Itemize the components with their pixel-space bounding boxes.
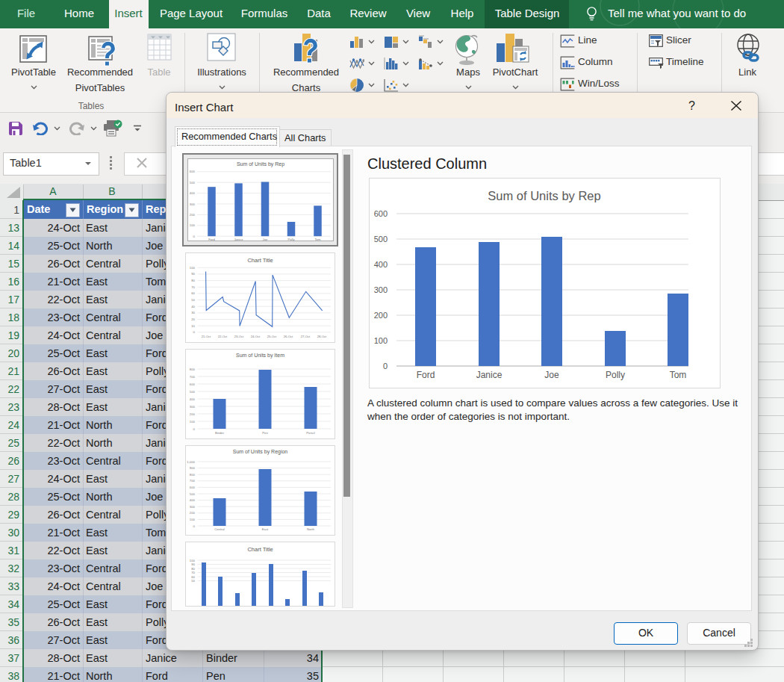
svg-text:Polly: Polly bbox=[606, 370, 625, 380]
svg-text:Tom: Tom bbox=[315, 238, 321, 241]
svg-text:10: 10 bbox=[191, 324, 195, 328]
svg-text:500: 500 bbox=[374, 235, 388, 244]
svg-text:400: 400 bbox=[374, 260, 388, 269]
svg-text:70: 70 bbox=[191, 571, 195, 574]
svg-text:60: 60 bbox=[191, 291, 195, 295]
svg-text:Central: Central bbox=[214, 527, 225, 531]
svg-text:90: 90 bbox=[191, 272, 195, 276]
svg-text:25-Oct: 25-Oct bbox=[267, 335, 277, 338]
svg-text:200: 200 bbox=[190, 511, 196, 515]
svg-text:Ford: Ford bbox=[208, 238, 215, 241]
svg-text:80: 80 bbox=[191, 279, 195, 282]
svg-text:23-Oct: 23-Oct bbox=[234, 335, 244, 338]
svg-text:Pencil: Pencil bbox=[306, 431, 314, 435]
svg-text:100: 100 bbox=[190, 518, 196, 521]
svg-text:26-Oct: 26-Oct bbox=[284, 335, 293, 338]
svg-text:500: 500 bbox=[190, 390, 196, 394]
svg-text:21-Oct: 21-Oct bbox=[202, 335, 211, 338]
svg-text:Ford: Ford bbox=[417, 370, 435, 380]
svg-text:Chart Title: Chart Title bbox=[247, 546, 273, 553]
svg-text:24-Oct: 24-Oct bbox=[251, 335, 261, 338]
svg-text:0: 0 bbox=[383, 362, 388, 371]
svg-text:400: 400 bbox=[190, 397, 196, 401]
svg-text:Chart Title: Chart Title bbox=[247, 257, 273, 264]
svg-text:700: 700 bbox=[190, 375, 196, 379]
svg-text:100: 100 bbox=[190, 223, 196, 227]
svg-text:300: 300 bbox=[190, 405, 196, 409]
svg-text:200: 200 bbox=[190, 412, 196, 416]
svg-text:700: 700 bbox=[190, 479, 196, 483]
svg-text:Janice: Janice bbox=[234, 238, 243, 241]
svg-text:East: East bbox=[262, 527, 269, 531]
svg-text:90: 90 bbox=[191, 562, 195, 566]
svg-text:600: 600 bbox=[190, 382, 196, 386]
svg-text:300: 300 bbox=[374, 285, 388, 294]
svg-text:20: 20 bbox=[191, 317, 195, 321]
svg-text:400: 400 bbox=[190, 498, 196, 502]
svg-text:600: 600 bbox=[190, 486, 196, 489]
svg-text:70: 70 bbox=[191, 285, 195, 289]
svg-text:Joe: Joe bbox=[263, 238, 268, 241]
svg-text:50: 50 bbox=[191, 298, 195, 302]
svg-text:40: 40 bbox=[191, 305, 195, 309]
svg-text:200: 200 bbox=[190, 213, 196, 217]
svg-text:Joe: Joe bbox=[544, 370, 559, 380]
svg-text:Tom: Tom bbox=[670, 370, 687, 380]
svg-text:22-Oct: 22-Oct bbox=[218, 335, 228, 338]
svg-text:Sum of Units by Item: Sum of Units by Item bbox=[236, 353, 284, 359]
svg-text:Janice: Janice bbox=[476, 370, 503, 380]
svg-text:500: 500 bbox=[190, 181, 196, 185]
svg-text:200: 200 bbox=[374, 311, 388, 320]
svg-text:100: 100 bbox=[190, 266, 196, 270]
svg-text:50: 50 bbox=[191, 579, 195, 583]
svg-text:300: 300 bbox=[190, 505, 196, 509]
svg-text:Sum of Units by Region: Sum of Units by Region bbox=[233, 449, 288, 455]
svg-text:27-Oct: 27-Oct bbox=[301, 335, 311, 338]
svg-text:500: 500 bbox=[190, 492, 196, 496]
svg-text:300: 300 bbox=[190, 202, 196, 206]
svg-text:100: 100 bbox=[374, 336, 388, 345]
svg-text:28-Oct: 28-Oct bbox=[317, 335, 327, 338]
svg-text:600: 600 bbox=[190, 170, 196, 173]
svg-text:100: 100 bbox=[190, 420, 196, 424]
svg-text:30: 30 bbox=[191, 311, 195, 314]
svg-text:80: 80 bbox=[191, 567, 195, 571]
svg-text:Pen: Pen bbox=[262, 431, 268, 435]
svg-text:900: 900 bbox=[190, 466, 196, 470]
svg-text:Binder: Binder bbox=[215, 431, 225, 435]
svg-text:400: 400 bbox=[190, 191, 196, 195]
svg-text:600: 600 bbox=[374, 209, 388, 218]
svg-text:North: North bbox=[307, 527, 315, 531]
svg-text:1,000: 1,000 bbox=[187, 460, 195, 464]
svg-text:800: 800 bbox=[190, 473, 196, 477]
svg-text:100: 100 bbox=[190, 559, 196, 562]
svg-text:Sum of Units by Rep: Sum of Units by Rep bbox=[488, 189, 600, 202]
svg-text:Sum of Units by Rep: Sum of Units by Rep bbox=[237, 161, 284, 167]
svg-text:800: 800 bbox=[190, 368, 196, 371]
svg-text:Polly: Polly bbox=[287, 238, 295, 241]
svg-text:60: 60 bbox=[191, 575, 195, 579]
